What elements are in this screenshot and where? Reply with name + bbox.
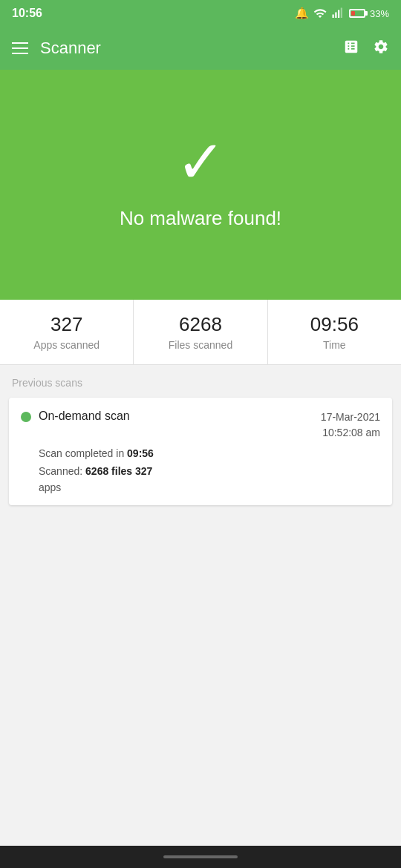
scan-apps-line: apps — [21, 481, 380, 493]
stat-apps-label: Apps scanned — [33, 339, 100, 351]
stats-row: 327 Apps scanned 6268 Files scanned 09:5… — [0, 300, 401, 365]
battery-icon — [349, 9, 365, 18]
scan-completed-time: 09:56 — [127, 447, 154, 459]
home-indicator — [163, 855, 238, 858]
bottom-bar — [0, 846, 401, 868]
scan-time-value: 10:52:08 am — [322, 427, 380, 438]
stat-apps: 327 Apps scanned — [0, 300, 134, 364]
signal-icon — [331, 7, 345, 20]
wifi-icon — [313, 7, 327, 20]
nav-left: Scanner — [12, 39, 101, 58]
svg-rect-1 — [335, 13, 336, 19]
settings-icon[interactable] — [373, 39, 389, 59]
svg-rect-3 — [341, 8, 342, 19]
status-icons: 🔔 33% — [295, 7, 389, 20]
battery-text: 33% — [370, 8, 389, 19]
stat-files-label: Files scanned — [169, 339, 232, 351]
scan-date-value: 17-Mar-2021 — [321, 411, 380, 423]
hero-section: ✓ No malware found! — [0, 70, 401, 300]
svg-rect-2 — [338, 10, 339, 19]
hero-message: No malware found! — [120, 207, 281, 230]
scan-card: On-demand scan 17-Mar-2021 10:52:08 am S… — [9, 398, 392, 505]
scan-title: On-demand scan — [39, 410, 130, 423]
stat-time-label: Time — [323, 339, 346, 351]
top-nav: Scanner — [0, 27, 401, 70]
scan-details: Scan completed in 09:56 Scanned: 6268 fi… — [21, 445, 380, 480]
scan-card-left: On-demand scan — [21, 410, 130, 423]
stat-time-value: 09:56 — [310, 313, 359, 336]
alarm-icon: 🔔 — [295, 7, 309, 20]
nav-right — [343, 39, 389, 59]
list-icon[interactable] — [343, 39, 359, 59]
checkmark-icon: ✓ — [176, 133, 226, 192]
scan-card-header: On-demand scan 17-Mar-2021 10:52:08 am — [21, 410, 380, 441]
stat-apps-value: 327 — [50, 313, 82, 336]
battery-fill — [351, 11, 355, 16]
previous-scans-label: Previous scans — [0, 365, 401, 395]
stat-files-value: 6268 — [179, 313, 222, 336]
app-title: Scanner — [40, 39, 101, 58]
stat-files: 6268 Files scanned — [134, 300, 267, 364]
scan-date: 17-Mar-2021 10:52:08 am — [321, 410, 380, 441]
scan-scanned-line: Scanned: 6268 files 327 — [39, 463, 380, 479]
hamburger-icon[interactable] — [12, 42, 28, 54]
scan-completed-prefix: Scan completed in — [39, 447, 127, 459]
svg-rect-0 — [332, 15, 333, 19]
scan-completed-line: Scan completed in 09:56 — [39, 445, 380, 461]
battery-indicator: 33% — [349, 8, 389, 19]
status-bar: 10:56 🔔 33% — [0, 0, 401, 27]
status-time: 10:56 — [12, 7, 42, 20]
stat-time: 09:56 Time — [268, 300, 401, 364]
green-dot-icon — [21, 412, 31, 422]
scan-scanned-prefix: Scanned: — [39, 465, 85, 477]
scan-scanned-value: 6268 files 327 — [85, 465, 152, 477]
